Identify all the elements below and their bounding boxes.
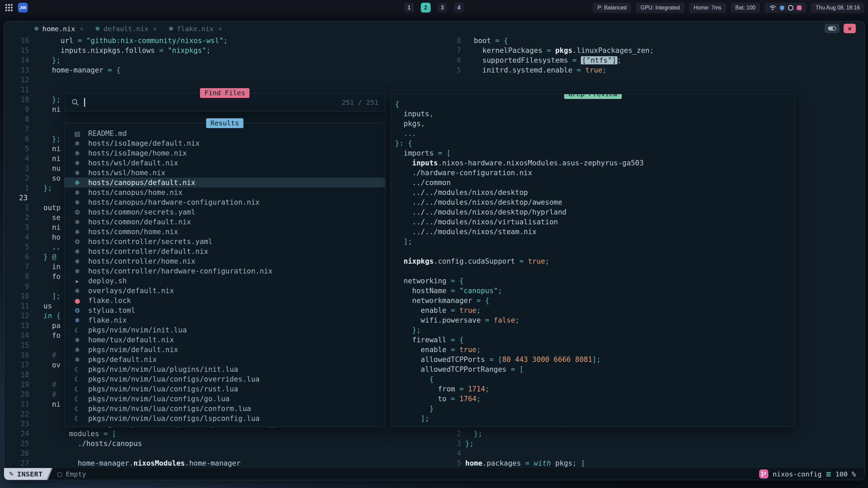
result-label: pkgs/nvim/nvim/lua/configs/overrides.lua bbox=[88, 375, 260, 383]
tab-home.nix[interactable]: ❄home.nix× bbox=[31, 25, 92, 33]
result-item[interactable]: ❄flake.nix bbox=[64, 315, 385, 325]
line-number: 6 bbox=[438, 56, 461, 65]
result-item[interactable]: ❄hosts/isoImage/default.nix bbox=[64, 138, 385, 148]
line-number: 17 bbox=[4, 360, 29, 370]
result-item[interactable]: ❄hosts/canopus/hardware-configuration.ni… bbox=[64, 197, 385, 207]
buffer-state-label: Empty bbox=[66, 470, 86, 478]
workspace-button-4[interactable]: 4 bbox=[454, 3, 464, 13]
preview-line: ../../modules/nixos/desktop bbox=[395, 188, 795, 198]
line-number: 2 bbox=[4, 213, 29, 223]
preview-lines: { inputs, pkgs, ...}: { imports = [ inpu… bbox=[395, 99, 795, 424]
result-item[interactable]: ▸deploy.sh bbox=[64, 276, 385, 286]
finder-title: Find Files bbox=[200, 88, 250, 98]
result-item[interactable]: ☾pkgs/nvim/nvim/lua/configs/rust.lua bbox=[64, 384, 385, 394]
tab-close-icon[interactable]: × bbox=[80, 25, 83, 32]
result-item[interactable]: ❄pkgs/default.nix bbox=[64, 354, 385, 364]
lua-icon: ☾ bbox=[73, 385, 82, 393]
preview-line: ../common bbox=[395, 178, 795, 188]
result-item[interactable]: ❄hosts/controller/hardware-configuration… bbox=[64, 266, 385, 276]
result-label: pkgs/nvim/default.nix bbox=[88, 346, 178, 354]
result-item[interactable]: ❄hosts/isoImage/home.nix bbox=[64, 148, 385, 158]
search-icon bbox=[71, 98, 79, 106]
window-close-button[interactable]: × bbox=[844, 24, 856, 33]
result-item[interactable]: ●flake.lock bbox=[64, 296, 385, 305]
line-number: 3 bbox=[4, 223, 29, 232]
result-item[interactable]: ⚙hosts/controller/secrets.yaml bbox=[64, 237, 385, 246]
line-number: 5 bbox=[4, 144, 29, 154]
tab-close-icon[interactable]: × bbox=[153, 25, 157, 32]
preview-line bbox=[395, 266, 795, 276]
result-item[interactable]: ☾pkgs/nvim/nvim/lua/configs/conform.lua bbox=[64, 404, 385, 413]
nix-icon: ❄ bbox=[73, 189, 82, 196]
shell-icon: ▸ bbox=[73, 277, 82, 285]
result-item[interactable]: ▤README.md bbox=[64, 128, 385, 138]
buffer-state: ▢ Empty bbox=[57, 470, 86, 478]
nix-icon: ❄ bbox=[73, 218, 82, 226]
result-label: hosts/controller/default.nix bbox=[88, 247, 208, 256]
result-label: pkgs/nvim/nvim/lua/configs/rust.lua bbox=[88, 385, 238, 393]
result-item[interactable]: ⚙stylua.toml bbox=[64, 305, 385, 315]
result-item[interactable]: ❄hosts/controller/home.nix bbox=[64, 256, 385, 266]
result-item[interactable]: ❄pkgs/nvim/default.nix bbox=[64, 345, 385, 354]
result-item[interactable]: ❄home/tux/default.nix bbox=[64, 335, 385, 345]
nix-icon: ❄ bbox=[34, 25, 39, 32]
topbar-modules: P: BalancedGPU: IntegratedHome: 7msBat: … bbox=[593, 3, 760, 13]
preview-line: nixpkgs.config.cudaSupport = true; bbox=[395, 257, 795, 266]
text-cursor bbox=[84, 98, 85, 107]
result-item[interactable]: ❄hosts/common/home.nix bbox=[64, 227, 385, 237]
result-item[interactable]: ❄hosts/wsl/default.nix bbox=[64, 158, 385, 168]
result-item[interactable]: ❄hosts/common/default.nix bbox=[64, 217, 385, 227]
result-item[interactable]: ❄hosts/canopus/home.nix bbox=[64, 187, 385, 197]
line-number: 25 bbox=[4, 439, 29, 449]
line-number: 11 bbox=[4, 301, 29, 311]
result-label: hosts/canopus/hardware-configuration.nix bbox=[88, 198, 260, 206]
preview-line: ... bbox=[395, 129, 795, 139]
tab-close-icon[interactable]: × bbox=[218, 25, 222, 32]
app-launcher-icon[interactable] bbox=[5, 4, 13, 11]
result-label: pkgs/nvim/nvim/lua/configs/conform.lua bbox=[88, 405, 251, 413]
result-label: deploy.sh bbox=[88, 277, 127, 285]
preview-line: imports = [ bbox=[395, 148, 795, 158]
pencil-icon: ✎ bbox=[9, 470, 14, 477]
preview-line: ../../modules/nixos/desktop/awesome bbox=[395, 198, 795, 207]
workspace-button-3[interactable]: 3 bbox=[437, 3, 447, 13]
panel-toggle-button[interactable] bbox=[825, 24, 840, 33]
tab-list: ❄home.nix×❄default.nix×❄flake.nix× bbox=[31, 25, 230, 33]
result-item[interactable]: ❄hosts/wsl/home.nix bbox=[64, 168, 385, 178]
tab-default.nix[interactable]: ❄default.nix× bbox=[92, 25, 165, 33]
nix-icon: ❄ bbox=[95, 25, 100, 32]
code-line: 2 }; bbox=[438, 429, 865, 439]
toml-icon: ⚙ bbox=[73, 307, 82, 314]
result-label: hosts/controller/home.nix bbox=[88, 257, 195, 265]
result-item[interactable]: ❄hosts/canopus/default.nix bbox=[64, 178, 385, 187]
result-item[interactable]: ❄hosts/controller/default.nix bbox=[64, 246, 385, 256]
workspace-button-1[interactable]: 1 bbox=[404, 3, 414, 13]
result-item[interactable]: ☾pkgs/nvim/nvim/lua/configs/overrides.lu… bbox=[64, 374, 385, 384]
result-item[interactable]: ⚙hosts/common/secrets.yaml bbox=[64, 207, 385, 217]
line-number: 1 bbox=[4, 203, 29, 213]
result-item[interactable]: ☾pkgs/nvim/nvim/init.lua bbox=[64, 325, 385, 335]
line-number: 2 bbox=[438, 429, 461, 439]
line-number: 20 bbox=[4, 390, 29, 400]
line-number: 4 bbox=[4, 232, 29, 242]
nix-icon: ❄ bbox=[73, 267, 82, 275]
search-input[interactable]: Find Files 251 / 251 bbox=[64, 93, 386, 111]
nix-icon: ❄ bbox=[73, 159, 82, 167]
line-number: 14 bbox=[4, 331, 29, 341]
preview-title: Grep Preview bbox=[564, 94, 622, 99]
nix-icon: ❄ bbox=[169, 25, 174, 32]
line-number: 27 bbox=[4, 459, 29, 468]
tab-flake.nix[interactable]: ❄flake.nix× bbox=[165, 25, 230, 33]
system-tray[interactable] bbox=[765, 3, 806, 13]
code-line: 24 modules = [ bbox=[4, 429, 435, 439]
result-item[interactable]: ☾pkgs/nvim/nvim/lua/plugins/init.lua bbox=[64, 364, 385, 374]
result-label: hosts/common/default.nix bbox=[88, 218, 191, 226]
line-number: 9 bbox=[4, 105, 29, 115]
shield-icon bbox=[780, 5, 785, 11]
result-item[interactable]: ☾pkgs/nvim/nvim/lua/configs/go.lua bbox=[64, 394, 385, 404]
result-item[interactable]: ☾pkgs/nvim/nvim/lua/configs/lspconfig.lu… bbox=[64, 413, 385, 423]
logo-badge: JW bbox=[18, 3, 28, 13]
workspace-button-2[interactable]: 2 bbox=[421, 3, 431, 13]
results-list: ▤README.md❄hosts/isoImage/default.nix❄ho… bbox=[64, 128, 385, 423]
result-item[interactable]: ❄overlays/default.nix bbox=[64, 286, 385, 296]
